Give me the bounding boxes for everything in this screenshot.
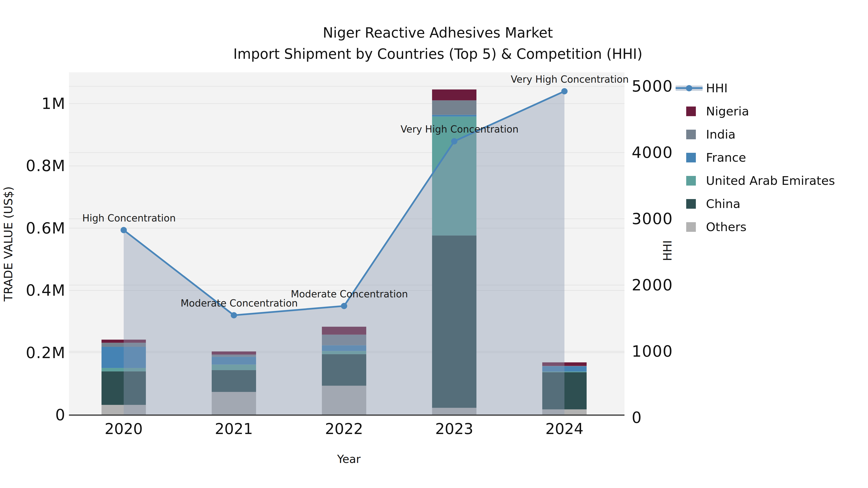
bar-segment-india-2023: [432, 100, 476, 115]
chart-title-line1: Niger Reactive Adhesives Market: [221, 22, 655, 43]
swatch-india: [686, 130, 696, 139]
y-right-tick-2000: 2000: [632, 275, 714, 295]
annotation-2021: Moderate Concentration: [181, 298, 298, 309]
y-left-tick-0: 0: [0, 405, 66, 425]
legend-item-others[interactable]: Others: [675, 216, 835, 238]
hhi-marker-2022: [341, 303, 347, 309]
legend-label: France: [706, 151, 746, 165]
annotation-2022: Moderate Concentration: [291, 289, 408, 299]
legend-label: United Arab Emirates: [706, 174, 835, 188]
swatch-others: [686, 222, 696, 232]
legend: HHINigeriaIndiaFranceUnited Arab Emirate…: [675, 77, 835, 238]
hhi-marker-2020: [121, 227, 127, 233]
legend-item-nigeria[interactable]: Nigeria: [675, 100, 835, 123]
y-left-tick-0.4M: 0.4M: [0, 281, 66, 300]
annotation-2020: High Concentration: [82, 213, 176, 224]
bar-segment-france-2023: [432, 115, 476, 117]
hhi-marker-2023: [451, 138, 457, 144]
legend-item-france[interactable]: France: [675, 146, 835, 169]
swatch-nigeria: [686, 106, 696, 116]
x-tick-2021: 2021: [198, 420, 270, 437]
hhi-marker-2024: [561, 88, 567, 94]
y-left-tick-1M: 1M: [0, 94, 66, 113]
chart-title-line2: Import Shipment by Countries (Top 5) & C…: [221, 43, 655, 65]
color-swatch-icon: [675, 123, 706, 146]
swatch-china: [686, 199, 696, 209]
chart-canvas: Niger Reactive Adhesives Market Import S…: [0, 0, 868, 488]
color-swatch-icon: [675, 146, 706, 169]
hhi-marker-2021: [231, 312, 237, 318]
y-left-tick-0.6M: 0.6M: [0, 219, 66, 238]
legend-label: India: [706, 128, 736, 141]
y-right-axis-title: HHI: [661, 240, 674, 261]
legend-label: China: [706, 197, 740, 211]
y-left-tick-0.8M: 0.8M: [0, 156, 66, 175]
legend-label: HHI: [706, 81, 728, 95]
x-axis-title: Year: [337, 453, 361, 465]
x-tick-2020: 2020: [88, 420, 160, 437]
color-swatch-icon: [675, 169, 706, 192]
legend-label: Nigeria: [706, 104, 749, 118]
annotation-2024: Very High Concentration: [511, 74, 628, 85]
annotation-2023: Very High Concentration: [401, 124, 518, 135]
swatch-united-arab-emirates: [686, 176, 696, 186]
hhi-marker-sample: [686, 85, 692, 91]
x-tick-2024: 2024: [528, 420, 600, 437]
legend-item-hhi[interactable]: HHI: [675, 77, 835, 100]
plot-area: [69, 72, 624, 417]
color-swatch-icon: [675, 100, 706, 123]
y-left-tick-0.2M: 0.2M: [0, 343, 66, 362]
bar-segment-nigeria-2023: [432, 89, 476, 100]
legend-item-china[interactable]: China: [675, 192, 835, 216]
swatch-france: [686, 153, 696, 162]
chart-title: Niger Reactive Adhesives Market Import S…: [221, 22, 655, 65]
y-right-tick-1000: 1000: [632, 342, 714, 361]
y-right-tick-0: 0: [632, 408, 714, 427]
color-swatch-icon: [675, 216, 706, 238]
x-tick-2022: 2022: [308, 420, 380, 437]
hhi-line-swatch-icon: [675, 77, 706, 100]
legend-item-united-arab-emirates[interactable]: United Arab Emirates: [675, 169, 835, 192]
x-tick-2023: 2023: [418, 420, 490, 437]
x-axis-line: [69, 415, 624, 416]
color-swatch-icon: [675, 192, 706, 216]
legend-label: Others: [706, 220, 746, 234]
legend-item-india[interactable]: India: [675, 123, 835, 146]
